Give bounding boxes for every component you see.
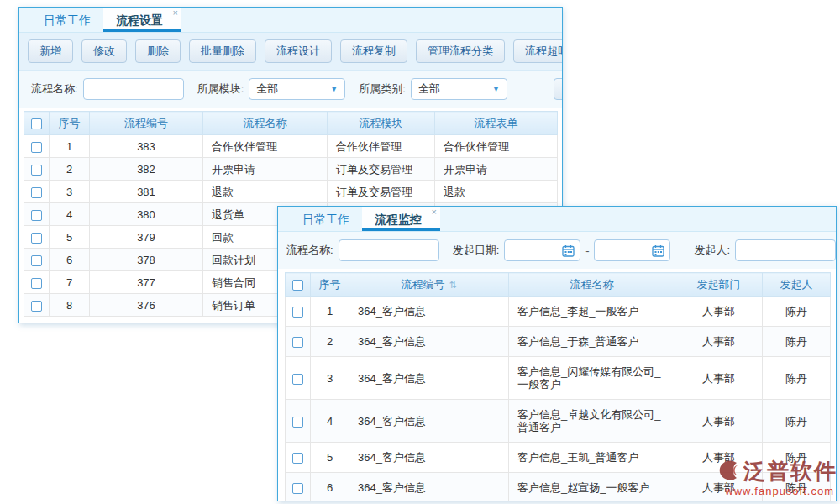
row-checkbox[interactable] bbox=[292, 483, 303, 494]
row-checkbox[interactable] bbox=[31, 278, 42, 289]
table-row[interactable]: 3 364_客户信息 客户信息_闪耀传媒有限公司_一般客户 人事部 陈丹 bbox=[286, 357, 831, 400]
table-row[interactable]: 4 364_客户信息 客户信息_卓越文化有限公司_普通客户 人事部 陈丹 bbox=[286, 400, 831, 443]
cell: 376 bbox=[90, 294, 203, 317]
start-date-to-input[interactable] bbox=[594, 239, 670, 261]
category-label: 所属类别: bbox=[359, 81, 406, 97]
process-design-button[interactable]: 流程设计 bbox=[265, 39, 332, 63]
table-row[interactable]: 1 383 合作伙伴管理 合作伙伴管理 合作伙伴管理 bbox=[24, 135, 558, 158]
calendar-icon bbox=[652, 244, 664, 257]
row-checkbox[interactable] bbox=[31, 301, 42, 312]
cell: 人事部 bbox=[675, 357, 763, 400]
tab-daily-work[interactable]: 日常工作 bbox=[31, 8, 103, 32]
process-name-input[interactable] bbox=[339, 239, 439, 261]
category-select[interactable]: 全部 ▼ bbox=[411, 78, 507, 100]
column-header-initiator[interactable]: 发起人 bbox=[763, 273, 831, 297]
cell: 364_客户信息 bbox=[349, 357, 509, 400]
sort-icon: ⇅ bbox=[449, 280, 456, 290]
row-checkbox[interactable] bbox=[31, 187, 42, 198]
cell: 5 bbox=[50, 226, 90, 249]
table-header-row: 序号 流程编号 流程名称 流程模块 流程表单 bbox=[24, 112, 558, 135]
cell: 377 bbox=[90, 271, 203, 294]
cell: 陈丹 bbox=[763, 357, 831, 400]
cell: 订单及交易管理 bbox=[328, 158, 435, 181]
tab-daily-work[interactable]: 日常工作 bbox=[290, 207, 362, 231]
delete-button[interactable]: 删除 bbox=[135, 39, 181, 63]
cell: 379 bbox=[90, 226, 203, 249]
module-select-value: 全部 bbox=[256, 81, 278, 97]
row-checkbox[interactable] bbox=[31, 255, 42, 266]
cell: 3 bbox=[311, 357, 349, 400]
initiator-input[interactable] bbox=[735, 239, 836, 261]
cell: 3 bbox=[50, 181, 90, 203]
cell: 客户信息_赵宣扬_一般客户 bbox=[509, 473, 675, 502]
cell: 订单及交易管理 bbox=[328, 181, 435, 203]
row-checkbox[interactable] bbox=[31, 165, 42, 176]
cell: 364_客户信息 bbox=[349, 443, 509, 473]
process-copy-button[interactable]: 流程复制 bbox=[340, 39, 407, 63]
column-header-process-name[interactable]: 流程名称 bbox=[203, 112, 328, 135]
module-select[interactable]: 全部 ▼ bbox=[249, 78, 345, 100]
table-row[interactable]: 2 364_客户信息 客户信息_于森_普通客户 人事部 陈丹 bbox=[286, 327, 831, 357]
process-name-input[interactable] bbox=[83, 78, 184, 100]
column-header-seq[interactable]: 序号 bbox=[311, 273, 349, 297]
cell: 364_客户信息 bbox=[349, 297, 509, 327]
cell: 开票申请 bbox=[435, 158, 558, 181]
clipped-filter-control[interactable] bbox=[554, 78, 563, 100]
column-header-process-number[interactable]: 流程编号⇅ bbox=[349, 273, 509, 297]
column-header-seq[interactable]: 序号 bbox=[50, 112, 90, 135]
table-row[interactable]: 1 364_客户信息 客户信息_李超_一般客户 人事部 陈丹 bbox=[286, 297, 831, 327]
row-checkbox[interactable] bbox=[31, 210, 42, 221]
row-checkbox[interactable] bbox=[31, 142, 42, 153]
table-header-row: 序号 流程编号⇅ 流程名称 发起部门 发起人 bbox=[286, 273, 831, 297]
chevron-down-icon: ▼ bbox=[492, 85, 500, 93]
row-checkbox[interactable] bbox=[31, 233, 42, 244]
cell: 退款 bbox=[203, 181, 328, 203]
row-checkbox[interactable] bbox=[292, 337, 303, 348]
modify-button[interactable]: 修改 bbox=[81, 39, 127, 63]
column-header-process-number[interactable]: 流程编号 bbox=[90, 112, 203, 135]
process-name-label: 流程名称: bbox=[286, 243, 333, 258]
cell: 合作伙伴管理 bbox=[328, 135, 435, 158]
cell: 2 bbox=[50, 158, 90, 181]
cell: 4 bbox=[311, 400, 349, 443]
table-row[interactable]: 2 382 开票申请 订单及交易管理 开票申请 bbox=[24, 158, 558, 181]
process-timeout-button[interactable]: 流程超时提醒 bbox=[513, 39, 563, 63]
tab-process-monitor[interactable]: 流程监控 × bbox=[362, 207, 440, 231]
column-header-process-module[interactable]: 流程模块 bbox=[328, 112, 435, 135]
cell: 人事部 bbox=[675, 400, 763, 443]
row-checkbox[interactable] bbox=[292, 417, 303, 428]
close-icon[interactable]: × bbox=[432, 207, 437, 217]
panel1-toolbar: 新增 修改 删除 批量删除 流程设计 流程复制 管理流程分类 流程超时提醒 bbox=[19, 33, 562, 71]
category-select-value: 全部 bbox=[418, 81, 440, 97]
tab-process-monitor-label: 流程监控 bbox=[375, 213, 422, 226]
tab-process-settings[interactable]: 流程设置 × bbox=[103, 8, 181, 32]
panel2-filterbar: 流程名称: 发起日期: - bbox=[278, 232, 836, 269]
column-header-process-name[interactable]: 流程名称 bbox=[509, 273, 675, 297]
select-all-checkbox[interactable] bbox=[31, 118, 42, 129]
watermark-url-text: www.fanpusoft.com bbox=[717, 485, 837, 497]
cell: 8 bbox=[50, 294, 90, 317]
manage-process-category-button[interactable]: 管理流程分类 bbox=[416, 39, 505, 63]
column-header-initiating-department[interactable]: 发起部门 bbox=[675, 273, 763, 297]
row-checkbox[interactable] bbox=[292, 374, 303, 385]
cell: 陈丹 bbox=[763, 400, 831, 443]
cell: 客户信息_卓越文化有限公司_普通客户 bbox=[509, 400, 675, 443]
close-icon[interactable]: × bbox=[173, 8, 178, 18]
select-all-checkbox[interactable] bbox=[292, 280, 303, 291]
table-row[interactable]: 3 381 退款 订单及交易管理 退款 bbox=[24, 181, 558, 203]
cell: 退款 bbox=[435, 181, 558, 203]
batch-delete-button[interactable]: 批量删除 bbox=[189, 39, 256, 63]
cell: 陈丹 bbox=[763, 327, 831, 357]
add-button[interactable]: 新增 bbox=[28, 39, 73, 63]
panel1-filterbar: 流程名称: 所属模块: 全部 ▼ 所属类别: 全部 ▼ bbox=[19, 71, 562, 108]
cell: 2 bbox=[311, 327, 349, 357]
cell: 364_客户信息 bbox=[349, 327, 509, 357]
row-checkbox[interactable] bbox=[292, 307, 303, 318]
column-header-process-form[interactable]: 流程表单 bbox=[435, 112, 558, 135]
cell: 客户信息_王凯_普通客户 bbox=[509, 443, 675, 473]
cell: 陈丹 bbox=[763, 297, 831, 327]
start-date-from-input[interactable] bbox=[504, 239, 580, 261]
process-name-label: 流程名称: bbox=[31, 81, 78, 97]
row-checkbox[interactable] bbox=[292, 453, 303, 464]
panel1-tabbar: 日常工作 流程设置 × bbox=[19, 8, 562, 33]
